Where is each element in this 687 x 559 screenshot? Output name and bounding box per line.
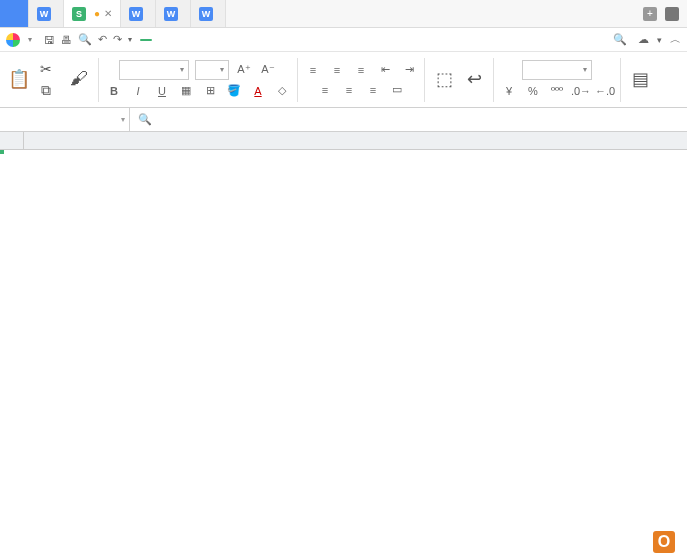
tab-doc-2[interactable]: W: [121, 0, 156, 27]
merge-center-icon: ⬚: [431, 66, 457, 92]
font-size-dropdown[interactable]: ▾: [195, 60, 229, 80]
collapse-icon[interactable]: ︿: [670, 32, 681, 47]
border-icon[interactable]: ▦: [177, 82, 195, 100]
print-icon[interactable]: 🖶: [61, 34, 72, 46]
indent-inc-icon[interactable]: ⇥: [400, 61, 418, 79]
chevron-down-icon: ▾: [121, 115, 125, 124]
number-group: ▾ ¥ % ººº .0→ ←.0: [500, 60, 614, 100]
select-all-corner[interactable]: [0, 132, 24, 149]
comma-icon[interactable]: ººº: [548, 82, 566, 100]
add-tab-button[interactable]: +: [643, 7, 657, 21]
align-bot-icon[interactable]: ≡: [352, 61, 370, 79]
ribbon-toolbar: 📋 ✂ ⧉ 🖌 ▾ ▾ A⁺ A⁻ B I U ▦ ⊞ 🪣 A: [0, 52, 687, 108]
tab-home[interactable]: [0, 0, 29, 27]
redo-icon[interactable]: ↷: [113, 33, 122, 46]
underline-icon[interactable]: U: [153, 82, 171, 100]
font-group: ▾ ▾ A⁺ A⁻ B I U ▦ ⊞ 🪣 A ◇: [105, 60, 291, 100]
word-icon: W: [164, 7, 178, 21]
cond-format-icon: ▤: [627, 66, 653, 92]
format-painter-icon: 🖌: [66, 66, 92, 92]
align-group: ≡ ≡ ≡ ⇤ ⇥ ≡ ≡ ≡ ▭: [304, 61, 418, 99]
word-icon: W: [37, 7, 51, 21]
copy-icon[interactable]: ⧉: [36, 81, 56, 101]
document-tab-bar: W S ● ✕ W W W +: [0, 0, 687, 28]
cut-icon[interactable]: ✂: [36, 59, 56, 79]
search-box[interactable]: 🔍: [613, 33, 630, 46]
tab-badge[interactable]: [665, 7, 679, 21]
font-family-dropdown[interactable]: ▾: [119, 60, 189, 80]
ribtab-home[interactable]: [140, 39, 152, 41]
fx-tools-icon[interactable]: 🔍: [138, 113, 152, 126]
watermark: O: [653, 531, 679, 553]
indent-dec-icon[interactable]: ⇤: [376, 61, 394, 79]
caret-icon[interactable]: ▾: [657, 35, 662, 45]
cloud-icon[interactable]: ☁: [638, 33, 649, 46]
close-icon[interactable]: ✕: [104, 8, 112, 19]
italic-icon[interactable]: I: [129, 82, 147, 100]
paste-icon: 📋: [6, 66, 32, 92]
preview-icon[interactable]: 🔍: [78, 33, 92, 46]
tab-doc-0[interactable]: W: [29, 0, 64, 27]
bold-icon[interactable]: B: [105, 82, 123, 100]
align-mid-icon[interactable]: ≡: [328, 61, 346, 79]
save-icon[interactable]: 🖫: [44, 34, 55, 46]
font-color-icon[interactable]: A: [249, 82, 267, 100]
percent-icon[interactable]: %: [524, 82, 542, 100]
file-menu[interactable]: ▾: [22, 35, 36, 44]
paste-button[interactable]: 📋: [6, 66, 32, 94]
menu-bar: ▾ 🖫 🖶 🔍 ↶ ↷ ▾ 🔍 ☁ ▾ ︿: [0, 28, 687, 52]
format-painter-button[interactable]: 🖌: [66, 66, 92, 94]
tab-doc-3[interactable]: W: [156, 0, 191, 27]
merge-center-button[interactable]: ⬚: [431, 66, 457, 94]
dec-decimal-icon[interactable]: ←.0: [596, 82, 614, 100]
fill-color-icon[interactable]: 🪣: [225, 82, 243, 100]
qat-dropdown-icon[interactable]: ▾: [128, 35, 132, 44]
currency-icon[interactable]: ¥: [500, 82, 518, 100]
cond-format-button[interactable]: ▤: [627, 66, 653, 94]
align-top-icon[interactable]: ≡: [304, 61, 322, 79]
tab-doc-1[interactable]: S ● ✕: [64, 0, 121, 27]
word-icon: W: [129, 7, 143, 21]
number-format-dropdown[interactable]: ▾: [522, 60, 592, 80]
app-logo-icon: [6, 33, 20, 47]
undo-icon[interactable]: ↶: [98, 33, 107, 46]
dirty-icon: ●: [94, 8, 100, 19]
name-box[interactable]: ▾: [0, 108, 130, 131]
wrap-icon: ↩: [461, 66, 487, 92]
inc-decimal-icon[interactable]: .0→: [572, 82, 590, 100]
spreadsheet-grid[interactable]: [0, 132, 687, 150]
merge-icon[interactable]: ▭: [388, 81, 406, 99]
search-icon: 🔍: [613, 33, 627, 46]
wrap-text-button[interactable]: ↩: [461, 66, 487, 94]
annotation-arrow: [0, 150, 300, 300]
column-headers[interactable]: [0, 132, 687, 150]
align-center-icon[interactable]: ≡: [340, 81, 358, 99]
align-right-icon[interactable]: ≡: [364, 81, 382, 99]
border2-icon[interactable]: ⊞: [201, 82, 219, 100]
increase-font-icon[interactable]: A⁺: [235, 61, 253, 79]
sheet-icon: S: [72, 7, 86, 21]
formula-bar: ▾ 🔍: [0, 108, 687, 132]
tab-end-controls: +: [635, 0, 687, 27]
tab-doc-4[interactable]: W: [191, 0, 226, 27]
clipboard-group: ✂ ⧉: [36, 59, 62, 101]
watermark-logo-icon: O: [653, 531, 675, 553]
word-icon: W: [199, 7, 213, 21]
decrease-font-icon[interactable]: A⁻: [259, 61, 277, 79]
selection-indicator: [0, 150, 4, 154]
quick-access-toolbar: 🖫 🖶 🔍 ↶ ↷ ▾: [38, 33, 138, 46]
clear-format-icon[interactable]: ◇: [273, 82, 291, 100]
align-left-icon[interactable]: ≡: [316, 81, 334, 99]
